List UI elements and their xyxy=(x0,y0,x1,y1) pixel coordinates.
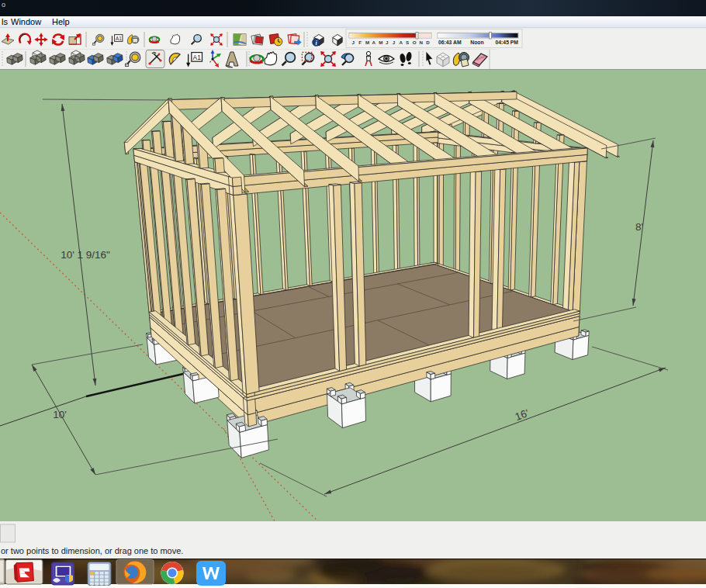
svg-text:J: J xyxy=(352,40,355,45)
svg-text:o: o xyxy=(2,1,5,9)
svg-text:Window: Window xyxy=(11,17,41,26)
svg-text:S: S xyxy=(406,40,409,45)
svg-text:N: N xyxy=(420,40,424,45)
svg-text:ls: ls xyxy=(2,17,8,26)
svg-text:A: A xyxy=(399,40,403,45)
svg-text:8': 8' xyxy=(635,221,643,233)
svg-text:06:43 AM: 06:43 AM xyxy=(438,40,462,45)
svg-text:or two points to dimension, or: or two points to dimension, or drag one … xyxy=(1,546,183,555)
svg-text:D: D xyxy=(426,40,430,45)
svg-text:A1: A1 xyxy=(193,54,202,61)
svg-text:M: M xyxy=(365,40,369,45)
svg-text:10' 1 9/16": 10' 1 9/16" xyxy=(61,249,110,261)
svg-text:Noon: Noon xyxy=(470,40,483,45)
svg-text:J: J xyxy=(393,40,396,45)
svg-text:04:45 PM: 04:45 PM xyxy=(496,40,519,45)
svg-text:F: F xyxy=(358,40,362,45)
svg-text:Help: Help xyxy=(52,17,70,26)
svg-text:A: A xyxy=(372,40,376,45)
svg-text:M: M xyxy=(379,40,382,45)
svg-text:O: O xyxy=(413,40,417,45)
svg-text:J: J xyxy=(386,40,389,45)
svg-text:10': 10' xyxy=(53,409,67,420)
svg-text:A1: A1 xyxy=(116,36,122,41)
